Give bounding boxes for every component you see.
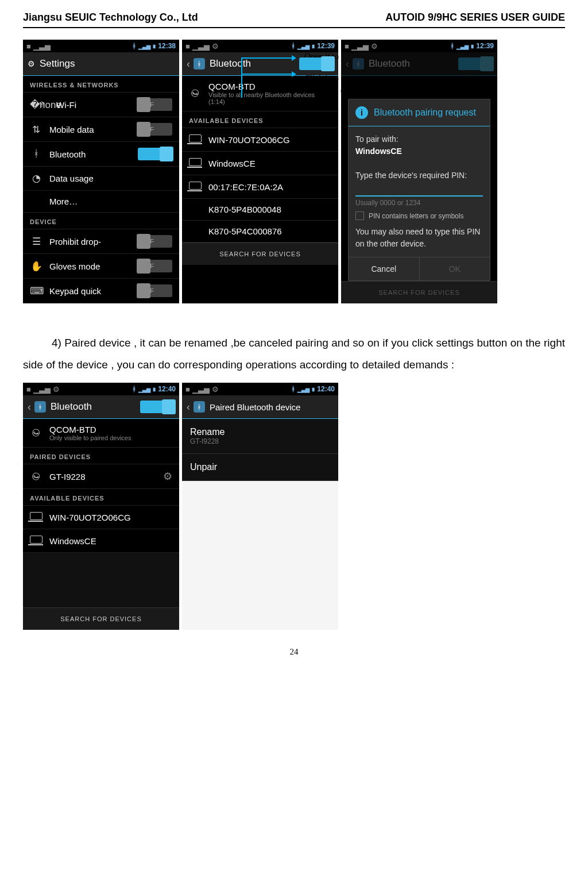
laptop-icon	[189, 157, 202, 169]
pin-hint: Usually 0000 or 1234	[349, 199, 490, 211]
more-label: More…	[49, 197, 172, 206]
device-name: K870-5P4B000048	[208, 205, 331, 214]
mobile-data-icon: ⇅	[30, 124, 42, 136]
back-icon[interactable]: ‹	[28, 401, 31, 413]
device-name: WIN-70UOT2O06CG	[49, 513, 172, 522]
data-usage-icon: ◔	[30, 172, 42, 184]
phone-icon: ✆	[29, 469, 44, 483]
unpair-row[interactable]: Unpair	[182, 454, 338, 481]
bluetooth-toggle[interactable]: ON	[299, 57, 334, 70]
device-name: K870-5P4C000876	[208, 226, 331, 236]
device-name: 00:17:EC:7E:0A:2A	[208, 182, 331, 192]
status-bar: ■▁▃▅⚙ ᚼ ▁▃▅ ▮ 12:40	[182, 383, 338, 395]
data-usage-row[interactable]: ◔Data usage	[23, 167, 179, 191]
pairing-dialog: i Bluetooth pairing request To pair with…	[348, 99, 490, 281]
prohibit-drop-row[interactable]: ☰Prohibit drop-OFF	[23, 229, 179, 254]
settings-title: Settings	[40, 58, 175, 70]
device-row[interactable]: 00:17:EC:7E:0A:2A	[182, 175, 338, 199]
rename-label: Rename	[190, 427, 330, 437]
section-paired: PAIRED DEVICES	[23, 448, 179, 464]
gloves-mode-row[interactable]: ✋Gloves modeOFF	[23, 254, 179, 279]
screenshot-paired: ■▁▃▅⚙ ᚼ ▁▃▅ ▮ 12:40 ‹ ᚼ Bluetooth ON ✆ Q…	[23, 383, 179, 630]
device-row[interactable]: K870-5P4C000876	[182, 221, 338, 243]
mobile-toggle[interactable]: OFF	[138, 123, 172, 136]
own-device-sub: Only visible to paired devices	[49, 434, 172, 441]
bluetooth-toggle[interactable]: ON	[138, 148, 172, 160]
status-bar: ■▁▃▅⚙ ᚼ ▁▃▅ ▮ 12:39	[341, 40, 497, 52]
section-device: DEVICE	[23, 213, 179, 229]
wifi-icon: ᯤ	[37, 99, 49, 110]
bluetooth-icon: ᚼ	[194, 401, 205, 413]
screenshot-paired-options: ■▁▃▅⚙ ᚼ ▁▃▅ ▮ 12:40 ‹ ᚼ Paired Bluetooth…	[182, 383, 338, 630]
paired-device-name: GT-I9228	[49, 472, 156, 482]
app-bar: ‹ ᚼ Paired Bluetooth device	[182, 395, 338, 419]
device-name: WindowsCE	[208, 159, 331, 168]
bluetooth-icon: ᚼ	[132, 42, 136, 50]
screenshot-pairing-dialog: ■▁▃▅⚙ ᚼ ▁▃▅ ▮ 12:39 ‹ ᚼ Bluetooth ON i B…	[341, 40, 497, 303]
back-icon[interactable]: ‹	[187, 58, 190, 70]
clock: 12:39	[317, 42, 335, 50]
cancel-button[interactable]: Cancel	[349, 257, 420, 280]
gloves-icon: ✋	[30, 260, 42, 272]
paired-title: Paired Bluetooth device	[210, 402, 334, 412]
bluetooth-icon: ᚼ	[34, 401, 46, 413]
wifi-label: Wi-Fi	[56, 100, 131, 110]
own-device-row[interactable]: ✆ QCOM-BTDOnly visible to paired devices	[23, 419, 179, 448]
more-row[interactable]: More…	[23, 191, 179, 213]
section-wireless: WIRELESS & NETWORKS	[23, 76, 179, 93]
unpair-label: Unpair	[190, 462, 330, 472]
bluetooth-row[interactable]: ᚼBluetoothON	[23, 142, 179, 167]
phone-icon: ✆	[29, 426, 44, 440]
bluetooth-toggle: ON	[458, 57, 493, 70]
keypad-toggle[interactable]: OFF	[138, 284, 172, 297]
search-devices-button[interactable]: SEARCH FOR DEVICES	[23, 607, 179, 630]
pin-input[interactable]	[355, 191, 483, 197]
page-header: Jiangsu SEUIC Technology Co., Ltd AUTOID…	[23, 11, 565, 28]
device-row[interactable]: WindowsCE	[182, 152, 338, 175]
wifi-row[interactable]: �noneᯤWi-FiOFF	[23, 93, 179, 117]
wifi-toggle[interactable]: OFF	[138, 98, 172, 111]
laptop-icon	[189, 181, 202, 193]
drop-toggle[interactable]: OFF	[138, 235, 172, 248]
laptop-icon	[30, 535, 42, 546]
search-devices-button[interactable]: SEARCH FOR DEVICES	[182, 243, 338, 265]
status-icon: ▁▃▅	[192, 42, 210, 51]
status-icon: ▁▃▅	[33, 42, 51, 51]
device-row[interactable]: K870-5P4B000048	[182, 199, 338, 221]
bluetooth-toggle[interactable]: ON	[140, 401, 175, 413]
signal-icon: ▁▃▅	[138, 42, 150, 50]
status-bar: ■▁▃▅ ᚼ ▁▃▅ ▮ 12:38	[23, 40, 179, 52]
device-row[interactable]: WIN-70UOT2O06CG	[23, 506, 179, 529]
status-bar: ■▁▃▅⚙ ᚼ ▁▃▅ ▮ 12:40	[23, 383, 179, 395]
device-name: WindowsCE	[49, 536, 172, 546]
pin-letters-checkbox[interactable]: PIN contains letters or symbols	[349, 211, 490, 226]
ok-button: OK	[420, 257, 490, 280]
paired-device-row[interactable]: ✆ GT-I9228 ⚙	[23, 464, 179, 489]
device-row[interactable]: WIN-70UOT2O06CG	[182, 128, 338, 152]
device-row[interactable]: WindowsCE	[23, 529, 179, 553]
gloves-toggle[interactable]: OFF	[138, 260, 172, 272]
bluetooth-icon: ᚼ	[194, 58, 205, 70]
header-right: AUTOID 9/9HC SERIES USER GUIDE	[385, 11, 565, 24]
mobile-data-row[interactable]: ⇅Mobile dataOFF	[23, 117, 179, 142]
type-pin-label: Type the device's required PIN:	[355, 171, 467, 180]
app-bar: ‹ ᚼ Bluetooth ON	[341, 52, 497, 76]
keypad-quick-row[interactable]: ⌨Keypad quickOFF	[23, 279, 179, 303]
screenshot-settings: ■▁▃▅ ᚼ ▁▃▅ ▮ 12:38 ⚙ Settings WIRELESS &…	[23, 40, 179, 303]
device-settings-icon[interactable]: ⚙	[163, 470, 172, 483]
gloves-label: Gloves mode	[49, 261, 131, 271]
bluetooth-title: Bluetooth	[369, 58, 458, 70]
pair-with-label: To pair with:	[355, 134, 399, 144]
bluetooth-title: Bluetooth	[51, 401, 140, 413]
rename-row[interactable]: RenameGT-I9228	[182, 419, 338, 454]
back-icon[interactable]: ‹	[187, 401, 190, 413]
clock: 12:40	[158, 385, 176, 393]
keypad-icon: ⌨	[30, 285, 42, 297]
clock: 12:39	[476, 42, 494, 50]
bluetooth-icon: ᚼ	[353, 58, 364, 70]
info-icon: i	[355, 106, 368, 119]
page-number: 24	[23, 647, 565, 657]
app-bar: ⚙ Settings	[23, 52, 179, 76]
app-bar: ‹ ᚼ Bluetooth ON	[23, 395, 179, 419]
mobile-data-label: Mobile data	[49, 125, 131, 134]
